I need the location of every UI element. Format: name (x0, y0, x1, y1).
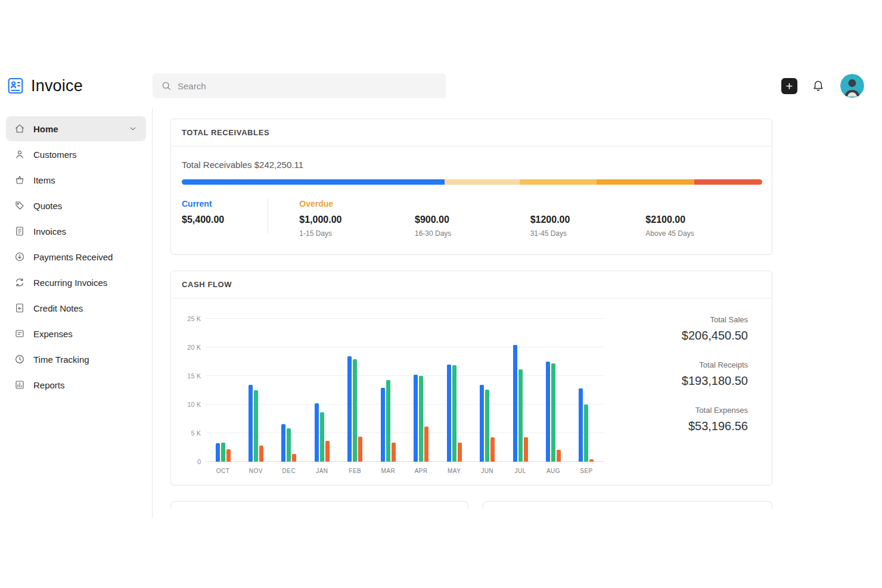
receipts-bar (353, 359, 357, 462)
sidebar-item-label: Payments Received (33, 252, 113, 262)
total-label: Total Receipts (682, 360, 748, 369)
total-receipts: Total Receipts$193,180.50 (682, 360, 748, 388)
customers-icon (14, 149, 25, 160)
receivables-card-title: TOTAL RECEIVABLES (171, 119, 772, 147)
search-bar[interactable] (153, 73, 446, 98)
quotes-icon (14, 200, 25, 211)
bar-group-dec (277, 424, 302, 462)
receipts-bar (551, 363, 555, 462)
receipts-bar (320, 412, 324, 462)
sidebar-item-reports[interactable]: Reports (6, 372, 146, 397)
y-axis-tick: 20 K (187, 344, 201, 351)
sales-bar (447, 365, 451, 462)
x-axis-label: OCT (210, 468, 235, 474)
main-content: TOTAL RECEIVABLES Total Receivables $242… (153, 108, 882, 518)
receipts-bar (485, 390, 489, 462)
total-sales: Total Sales$206,450.50 (682, 315, 748, 343)
chart-y-axis: 05 K10 K15 K20 K25 K (182, 319, 206, 462)
bar-group-feb (343, 356, 368, 462)
bar-group-may (442, 365, 467, 462)
receivable-bucket-current: Current$5,400.00 (182, 199, 268, 238)
search-input[interactable] (178, 81, 437, 91)
x-axis-label: MAY (442, 468, 467, 474)
sidebar-item-label: Invoices (33, 226, 66, 237)
bell-icon (812, 79, 825, 92)
bucket-amount: $1,000.00 (299, 214, 415, 225)
sidebar-item-items[interactable]: Items (6, 167, 146, 192)
x-axis-label: DEC (277, 468, 302, 474)
sales-bar (347, 356, 352, 462)
receivable-bucket-overdue: Overdue$1,000.001-15 Days (299, 199, 415, 238)
x-axis-label: MAR (375, 468, 400, 474)
bucket-aging-range: 1-15 Days (299, 229, 415, 238)
sidebar-item-home[interactable]: Home (6, 116, 146, 141)
bucket-label (415, 199, 530, 209)
lower-cards-row (170, 501, 772, 509)
expenses-bar (226, 449, 231, 462)
sidebar-item-invoices[interactable]: Invoices (6, 219, 146, 244)
expenses-icon (14, 328, 25, 339)
x-axis-label: AUG (541, 468, 566, 474)
sidebar-item-label: Credit Notes (33, 303, 83, 313)
bucket-amount: $1200.00 (530, 214, 646, 225)
sidebar-item-quotes[interactable]: Quotes (6, 193, 146, 218)
sidebar-item-label: Expenses (33, 329, 73, 339)
progress-segment-4 (597, 179, 694, 185)
cash-flow-card: CASH FLOW 05 K10 K15 K20 K25 K OCTNOVDEC… (170, 270, 772, 486)
bucket-aging-range: 16-30 Days (415, 229, 530, 238)
sidebar-item-time-tracking[interactable]: Time Tracking (6, 347, 146, 372)
sidebar-item-label: Time Tracking (33, 354, 89, 365)
items-icon (14, 175, 25, 185)
receivables-buckets: Current$5,400.00Overdue$1,000.001-15 Day… (182, 199, 761, 238)
quick-create-button[interactable] (781, 78, 797, 94)
user-avatar[interactable] (840, 74, 864, 98)
sales-bar (381, 388, 385, 462)
sidebar-item-label: Items (33, 175, 55, 185)
receipts-bar (386, 380, 390, 462)
sidebar-item-recurring-invoices[interactable]: Recurring Invoices (6, 270, 146, 295)
lower-card-right (483, 501, 772, 509)
notifications-button[interactable] (812, 79, 826, 93)
sidebar-item-label: Quotes (33, 201, 62, 211)
sidebar-item-credit-notes[interactable]: Credit Notes (6, 295, 146, 321)
app-logo: Invoice (6, 76, 153, 95)
sidebar-item-label: Home (33, 124, 58, 134)
bar-group-jul (508, 345, 533, 462)
receivable-bucket-overdue-3: $1200.0031-45 Days (530, 199, 646, 238)
y-axis-tick: 25 K (187, 315, 201, 322)
progress-segment-1 (182, 179, 445, 185)
sales-bar (579, 388, 583, 462)
sales-bar (281, 424, 285, 462)
receipts-bar (584, 405, 588, 462)
total-label: Total Sales (682, 315, 748, 324)
sidebar-item-customers[interactable]: Customers (6, 142, 146, 167)
expenses-bar (490, 437, 495, 462)
top-bar: Invoice (0, 67, 882, 105)
payments-icon (14, 251, 25, 262)
bar-group-mar (375, 380, 400, 462)
sidebar-item-payments-received[interactable]: Payments Received (6, 244, 146, 269)
sidebar-item-label: Recurring Invoices (33, 278, 107, 288)
expenses-bar (557, 450, 561, 462)
clock-icon (14, 354, 25, 365)
bucket-aging-range: 31-45 Days (530, 229, 646, 238)
top-actions (781, 74, 864, 98)
sidebar-item-expenses[interactable]: Expenses (6, 321, 146, 346)
avatar-image (840, 74, 864, 98)
bucket-label: Current (182, 199, 268, 209)
sales-bar (513, 345, 517, 462)
total-expenses: Total Expenses$53,196.56 (688, 406, 748, 433)
bar-group-sep (574, 388, 599, 462)
sales-bar (315, 403, 319, 462)
bucket-label (530, 199, 646, 209)
progress-segment-5 (694, 179, 762, 185)
bucket-aging-range (182, 229, 268, 238)
credit-icon (14, 303, 25, 313)
recurring-icon (14, 277, 25, 288)
sidebar: HomeCustomersItemsQuotesInvoicesPayments… (0, 108, 153, 518)
receivables-progress-bar (182, 179, 762, 185)
total-receivables-card: TOTAL RECEIVABLES Total Receivables $242… (170, 119, 772, 255)
lower-card-left (170, 501, 468, 509)
x-axis-label: NOV (243, 468, 268, 474)
reports-icon (14, 379, 25, 390)
